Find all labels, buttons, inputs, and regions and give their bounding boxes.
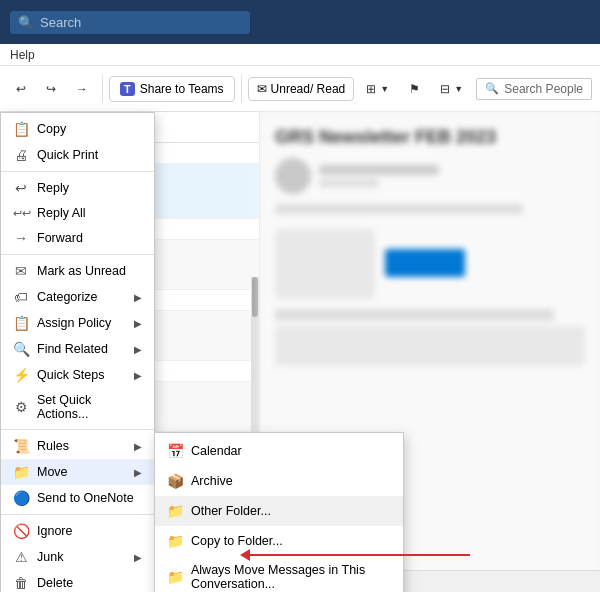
menu-item-mark-unread[interactable]: ✉ Mark as Unread bbox=[1, 258, 154, 284]
submenu-other-folder-label: Other Folder... bbox=[191, 504, 271, 518]
set-quick-actions-icon: ⚙ bbox=[13, 399, 29, 415]
menu-quick-steps-label: Quick Steps bbox=[37, 368, 104, 382]
menu-move-label: Move bbox=[37, 465, 68, 479]
menu-ignore-label: Ignore bbox=[37, 524, 72, 538]
teams-icon: T bbox=[120, 82, 135, 96]
menu-item-junk[interactable]: ⚠ Junk ▶ bbox=[1, 544, 154, 570]
share-teams-button[interactable]: T Share to Teams bbox=[109, 76, 235, 102]
arrow-icon3: ▶ bbox=[134, 344, 142, 355]
back-button[interactable]: ↩ bbox=[8, 78, 34, 100]
grid-button[interactable]: ⊞ ▼ bbox=[358, 78, 397, 100]
menu-item-categorize[interactable]: 🏷 Categorize ▶ bbox=[1, 284, 154, 310]
preview-image-1 bbox=[275, 229, 375, 299]
menu-reply-label: Reply bbox=[37, 181, 69, 195]
menu-item-ignore[interactable]: 🚫 Ignore bbox=[1, 518, 154, 544]
back2-icon: ↪ bbox=[46, 82, 56, 96]
flag-button[interactable]: ⚑ bbox=[401, 78, 428, 100]
top-bar: 🔍 bbox=[0, 0, 600, 44]
rules-icon: 📜 bbox=[13, 438, 29, 454]
copy-icon: 📋 bbox=[13, 121, 29, 137]
arrow-line bbox=[250, 554, 470, 556]
sender-name bbox=[319, 165, 439, 175]
layout-button[interactable]: ⊟ ▼ bbox=[432, 78, 471, 100]
layout-icon: ⊟ bbox=[440, 82, 450, 96]
menu-item-reply[interactable]: ↩ Reply bbox=[1, 175, 154, 201]
menu-item-move[interactable]: 📁 Move ▶ bbox=[1, 459, 154, 485]
forward-msg-icon: → bbox=[13, 230, 29, 246]
submenu-archive[interactable]: 📦 Archive bbox=[155, 466, 403, 496]
onenote-icon: 🔵 bbox=[13, 490, 29, 506]
scroll-thumb[interactable] bbox=[252, 277, 258, 317]
search-icon: 🔍 bbox=[18, 15, 34, 30]
menu-divider-2 bbox=[1, 254, 154, 255]
menu-assign-policy-label: Assign Policy bbox=[37, 316, 111, 330]
arrow-icon6: ▶ bbox=[134, 467, 142, 478]
main-area: By Date ▼ ↑ Wed 15/02 Tue 14/02 2/02/202… bbox=[0, 112, 600, 592]
menu-find-related-label: Find Related bbox=[37, 342, 108, 356]
submenu-calendar[interactable]: 📅 Calendar bbox=[155, 436, 403, 466]
arrow-icon: ▶ bbox=[134, 292, 142, 303]
flag-icon: ⚑ bbox=[409, 82, 420, 96]
menu-reply-all-label: Reply All bbox=[37, 206, 86, 220]
menu-item-quick-steps[interactable]: ⚡ Quick Steps ▶ bbox=[1, 362, 154, 388]
preview-image-2 bbox=[275, 326, 585, 366]
arrow-icon2: ▶ bbox=[134, 318, 142, 329]
always-move-icon: 📁 bbox=[167, 569, 183, 585]
quick-steps-icon: ⚡ bbox=[13, 367, 29, 383]
menu-item-assign-policy[interactable]: 📋 Assign Policy ▶ bbox=[1, 310, 154, 336]
menu-item-copy[interactable]: 📋 Copy bbox=[1, 116, 154, 142]
context-menu: 📋 Copy 🖨 Quick Print ↩ Reply ↩↩ Reply Al… bbox=[0, 112, 155, 592]
sender-to bbox=[319, 179, 379, 187]
menu-item-forward[interactable]: → Forward bbox=[1, 225, 154, 251]
menu-divider-1 bbox=[1, 171, 154, 172]
junk-icon: ⚠ bbox=[13, 549, 29, 565]
share-teams-label: Share to Teams bbox=[140, 82, 224, 96]
menu-item-set-quick-actions[interactable]: ⚙ Set Quick Actions... bbox=[1, 388, 154, 426]
search-people-label: Search People bbox=[504, 82, 583, 96]
arrow-icon4: ▶ bbox=[134, 370, 142, 381]
preview-title: GRS Newsletter FEB 2023 bbox=[275, 127, 585, 148]
move-icon: 📁 bbox=[13, 464, 29, 480]
menu-divider-4 bbox=[1, 514, 154, 515]
menu-quick-print-label: Quick Print bbox=[37, 148, 98, 162]
envelope-icon: ✉ bbox=[257, 82, 267, 96]
submenu-always-move-label: Always Move Messages in This Conversatio… bbox=[191, 563, 391, 591]
folder-icon: 📁 bbox=[167, 503, 183, 519]
ribbon-divider-1 bbox=[102, 75, 103, 103]
menu-forward-label: Forward bbox=[37, 231, 83, 245]
menu-delete-label: Delete bbox=[37, 576, 73, 590]
find-related-icon: 🔍 bbox=[13, 341, 29, 357]
menu-mark-unread-label: Mark as Unread bbox=[37, 264, 126, 278]
menu-item-onenote[interactable]: 🔵 Send to OneNote bbox=[1, 485, 154, 511]
avatar bbox=[275, 158, 311, 194]
grid-icon: ⊞ bbox=[366, 82, 376, 96]
menu-item-quick-print[interactable]: 🖨 Quick Print bbox=[1, 142, 154, 168]
ribbon-divider-2 bbox=[241, 75, 242, 103]
menu-copy-label: Copy bbox=[37, 122, 66, 136]
preview-text-1 bbox=[275, 204, 523, 214]
mark-unread-icon: ✉ bbox=[13, 263, 29, 279]
submenu-other-folder[interactable]: 📁 Other Folder... bbox=[155, 496, 403, 526]
search-box[interactable]: 🔍 bbox=[10, 11, 250, 34]
forward-icon: → bbox=[76, 82, 88, 96]
ribbon: ↩ ↪ → T Share to Teams ✉ Unread/ Read ⊞ … bbox=[0, 66, 600, 112]
arrow-icon7: ▶ bbox=[134, 552, 142, 563]
forward-button[interactable]: → bbox=[68, 78, 96, 100]
search-input[interactable] bbox=[40, 15, 242, 30]
preview-grad-text bbox=[385, 249, 465, 277]
menu-categorize-label: Categorize bbox=[37, 290, 97, 304]
search-people-icon: 🔍 bbox=[485, 82, 499, 95]
back2-button[interactable]: ↪ bbox=[38, 78, 64, 100]
menu-item-find-related[interactable]: 🔍 Find Related ▶ bbox=[1, 336, 154, 362]
menu-item-reply-all[interactable]: ↩↩ Reply All bbox=[1, 201, 154, 225]
move-submenu: 📅 Calendar 📦 Archive 📁 Other Folder... 📁… bbox=[154, 432, 404, 592]
chevron-down-icon2: ▼ bbox=[454, 84, 463, 94]
categorize-icon: 🏷 bbox=[13, 289, 29, 305]
menu-item-delete[interactable]: 🗑 Delete bbox=[1, 570, 154, 592]
search-people-box[interactable]: 🔍 Search People bbox=[476, 78, 592, 100]
arrow-icon5: ▶ bbox=[134, 441, 142, 452]
unread-read-button[interactable]: ✉ Unread/ Read bbox=[248, 77, 355, 101]
menu-item-rules[interactable]: 📜 Rules ▶ bbox=[1, 433, 154, 459]
submenu-always-move[interactable]: 📁 Always Move Messages in This Conversat… bbox=[155, 556, 403, 592]
submenu-calendar-label: Calendar bbox=[191, 444, 242, 458]
